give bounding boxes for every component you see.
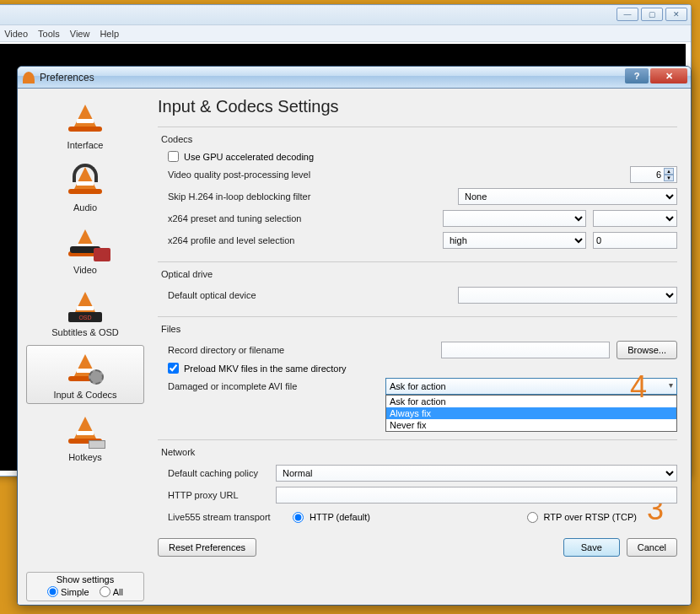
preload-mkv-checkbox[interactable]	[168, 363, 179, 374]
live555-http-radio[interactable]: HTTP (default)	[293, 512, 370, 523]
avi-label: Damaged or incomplete AVI file	[168, 381, 379, 391]
avi-select[interactable]: Ask for action	[385, 378, 677, 395]
bg-close-button[interactable]: ✕	[665, 8, 687, 21]
sidebar-item-label: Input & Codecs	[53, 390, 116, 400]
cone-subtitles-icon: OSD	[65, 287, 105, 324]
proxy-input[interactable]	[276, 487, 677, 504]
sidebar-item-video[interactable]: Video	[26, 220, 144, 279]
save-button[interactable]: Save	[563, 538, 620, 557]
reset-preferences-button[interactable]: Reset Preferences	[158, 538, 256, 557]
avi-option[interactable]: Ask for action	[386, 396, 676, 407]
skip-h264-label: Skip H.264 in-loop deblocking filter	[168, 191, 310, 202]
skip-h264-select[interactable]: None	[458, 188, 677, 205]
record-dir-label: Record directory or filename	[168, 345, 284, 355]
spin-up-icon[interactable]: ▲	[664, 168, 674, 175]
preferences-dialog: Preferences ? ✕ Interface Audio Video OS…	[17, 66, 692, 606]
group-network: Network Default caching policy Normal HT…	[158, 439, 677, 533]
sidebar-item-audio[interactable]: Audio	[26, 158, 144, 217]
bg-menu-item[interactable]: Tools	[38, 29, 60, 39]
gpu-decoding-label: Use GPU accelerated decoding	[184, 152, 314, 162]
bg-menu-item[interactable]: View	[70, 29, 90, 39]
close-button[interactable]: ✕	[650, 68, 687, 83]
page-title: Input & Codecs Settings	[158, 97, 677, 116]
post-processing-spinner[interactable]: ▲▼	[630, 166, 677, 183]
x264-profile-select[interactable]: high	[443, 232, 586, 249]
sidebar-item-label: Audio	[73, 202, 97, 213]
radio-simple[interactable]	[47, 586, 58, 597]
sidebar-item-interface[interactable]: Interface	[26, 95, 144, 154]
category-sidebar: Interface Audio Video OSD Subtitles & OS…	[18, 89, 153, 605]
dialog-title: Preferences	[40, 72, 94, 83]
show-settings-header: Show settings	[32, 574, 138, 584]
sidebar-item-label: Video	[73, 265, 97, 275]
caching-select[interactable]: Normal	[276, 465, 677, 482]
show-settings-simple[interactable]: Simple	[47, 586, 89, 597]
sidebar-item-hotkeys[interactable]: Hotkeys	[26, 407, 144, 466]
radio-all[interactable]	[100, 586, 110, 597]
x264-preset-select[interactable]	[443, 210, 586, 227]
group-title: Optical drive	[161, 269, 677, 279]
group-title: Files	[161, 324, 677, 334]
show-settings-box: Show settings Simple All	[26, 572, 144, 601]
avi-option[interactable]: Always fix	[386, 407, 676, 419]
x264-preset-label: x264 preset and tuning selection	[168, 213, 301, 224]
spin-down-icon[interactable]: ▼	[664, 175, 674, 181]
cone-icon	[23, 72, 35, 83]
cancel-button[interactable]: Cancel	[627, 538, 677, 557]
bg-titlebar: — ▢ ✕	[0, 5, 691, 25]
bg-minimize-button[interactable]: —	[617, 8, 638, 21]
x264-profile-label: x264 profile and level selection	[168, 235, 294, 245]
browse-button[interactable]: Browse...	[617, 341, 677, 359]
preferences-titlebar[interactable]: Preferences ? ✕	[18, 67, 691, 89]
proxy-label: HTTP proxy URL	[168, 490, 269, 500]
bg-menu-item[interactable]: Video	[4, 29, 28, 39]
bg-menubar: o Video Tools View Help	[0, 25, 691, 42]
live555-rtp-radio[interactable]: RTP over RTSP (TCP)	[527, 512, 637, 523]
live555-label: Live555 stream transport	[168, 512, 286, 522]
optical-device-select[interactable]	[458, 287, 677, 304]
group-files: Files Record directory or filename Brows…	[158, 316, 677, 407]
post-processing-value[interactable]	[633, 166, 664, 183]
post-processing-label: Video quality post-processing level	[168, 170, 310, 180]
preload-mkv-label: Preload MKV files in the same directory	[184, 364, 347, 374]
sidebar-item-label: Hotkeys	[68, 452, 102, 462]
help-button[interactable]: ?	[625, 68, 649, 83]
cone-keys-icon	[65, 412, 105, 449]
group-optical: Optical drive Default optical device	[158, 261, 677, 316]
avi-select-value: Ask for action	[390, 381, 446, 391]
settings-main-panel: Input & Codecs Settings Codecs Use GPU a…	[153, 89, 691, 605]
avi-option[interactable]: Never fix	[386, 419, 676, 431]
cone-headphones-icon	[65, 162, 105, 199]
show-settings-all[interactable]: All	[100, 586, 123, 597]
group-codecs: Codecs Use GPU accelerated decoding Vide…	[158, 127, 677, 261]
group-title: Codecs	[161, 134, 677, 144]
sidebar-item-label: Interface	[67, 140, 104, 150]
caching-label: Default caching policy	[168, 468, 269, 478]
cone-icon	[65, 100, 105, 137]
bg-menu-item[interactable]: Help	[100, 29, 119, 39]
x264-level-input[interactable]	[593, 232, 677, 249]
gpu-decoding-checkbox[interactable]	[168, 151, 179, 162]
avi-dropdown-list: Ask for action Always fix Never fix	[385, 395, 677, 432]
cone-gear-icon	[65, 349, 105, 386]
group-title: Network	[161, 447, 677, 457]
sidebar-item-label: Subtitles & OSD	[51, 327, 118, 337]
optical-device-label: Default optical device	[168, 290, 256, 300]
sidebar-item-input-codecs[interactable]: Input & Codecs	[26, 345, 144, 404]
dialog-footer: Reset Preferences Save Cancel	[158, 533, 677, 560]
cone-video-icon	[65, 224, 105, 261]
bg-maximize-button[interactable]: ▢	[641, 8, 663, 21]
record-dir-input[interactable]	[441, 342, 610, 358]
sidebar-item-subtitles[interactable]: OSD Subtitles & OSD	[26, 283, 144, 342]
x264-tuning-select[interactable]	[593, 210, 677, 227]
